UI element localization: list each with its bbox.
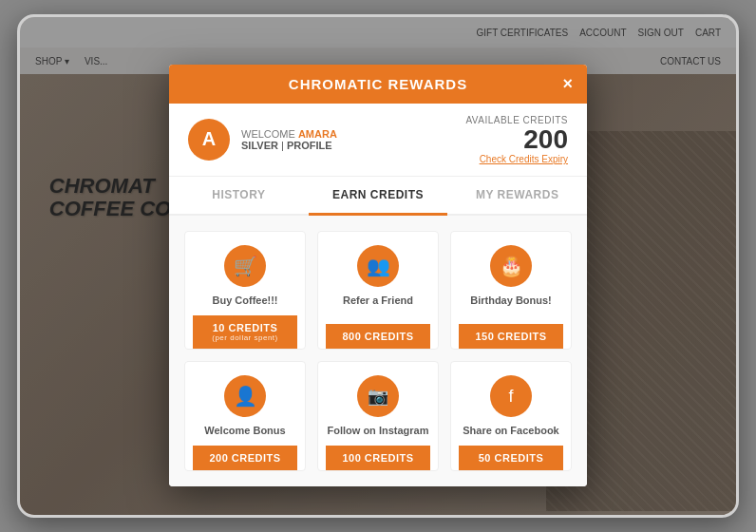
birthday-bonus-credits: 150 CREDITS [459,324,563,349]
user-info-bar: A WELCOME AMARA SILVER | PROFILE [169,104,587,178]
share-facebook-credits: 50 CREDITS [459,446,563,470]
user-details: WELCOME AMARA SILVER | PROFILE [241,128,337,151]
tab-history[interactable]: HISTORY [169,177,309,214]
welcome-bonus-icon: 👤 [224,375,266,417]
username: AMARA [298,128,337,140]
tabs-bar: HISTORY EARN CREDITS MY REWARDS [169,177,587,216]
facebook-icon: f [490,375,532,417]
credits-value: 200 [465,125,568,155]
welcome-text: WELCOME AMARA [241,128,337,140]
modal-header: CHROMATIC REWARDS × [169,65,587,104]
credits-expiry-link[interactable]: Check Credits Expiry [465,154,568,164]
earn-card-refer-friend[interactable]: 👥 Refer a Friend 800 CREDITS [317,231,439,350]
tab-my-rewards[interactable]: MY REWARDS [447,177,587,214]
follow-instagram-title: Follow on Instagram [328,425,429,436]
earn-credits-grid: 🛒 Buy Coffee!!! 10 CREDITS (per dollar s… [169,216,587,486]
close-button[interactable]: × [562,75,574,92]
modal-overlay: CHROMATIC REWARDS × A WELCOME AMARA [20,17,736,515]
earn-card-welcome-bonus[interactable]: 👤 Welcome Bonus 200 CREDITS [184,361,306,471]
instagram-icon: 📷 [357,375,399,417]
buy-coffee-credits: 10 CREDITS (per dollar spent) [193,315,297,349]
silver-level-link[interactable]: SILVER [241,140,278,151]
user-right: AVAILABLE CREDITS 200 Check Credits Expi… [465,115,568,165]
buy-coffee-title: Buy Coffee!!! [212,294,277,306]
rewards-modal: CHROMATIC REWARDS × A WELCOME AMARA [169,65,587,487]
refer-friend-credits: 800 CREDITS [326,324,430,349]
refer-friend-icon: 👥 [357,245,399,287]
welcome-bonus-title: Welcome Bonus [204,425,285,436]
credits-label: AVAILABLE CREDITS [465,115,568,125]
earn-card-buy-coffee[interactable]: 🛒 Buy Coffee!!! 10 CREDITS (per dollar s… [184,231,306,350]
level-links: SILVER | PROFILE [241,140,337,151]
earn-card-follow-instagram[interactable]: 📷 Follow on Instagram 100 CREDITS [317,361,439,471]
welcome-bonus-credits: 200 CREDITS [193,446,297,470]
tab-earn-credits[interactable]: EARN CREDITS [309,177,448,216]
earn-card-share-facebook[interactable]: f Share on Facebook 50 CREDITS [450,361,572,471]
modal-title: CHROMATIC REWARDS [289,76,467,92]
birthday-bonus-icon: 🎂 [490,245,532,287]
buy-coffee-sub: (per dollar spent) [197,333,293,342]
avatar: A [188,119,230,161]
follow-instagram-credits: 100 CREDITS [326,446,430,470]
refer-friend-title: Refer a Friend [343,294,413,306]
birthday-bonus-title: Birthday Bonus! [470,294,552,306]
buy-coffee-icon: 🛒 [224,245,266,287]
monitor: GIFT CERTIFICATES ACCOUNT SIGN OUT CART … [17,14,739,518]
earn-card-birthday-bonus[interactable]: 🎂 Birthday Bonus! 150 CREDITS [450,231,572,350]
profile-link[interactable]: PROFILE [287,140,332,151]
user-left: A WELCOME AMARA SILVER | PROFILE [188,119,337,161]
share-facebook-title: Share on Facebook [463,425,558,436]
